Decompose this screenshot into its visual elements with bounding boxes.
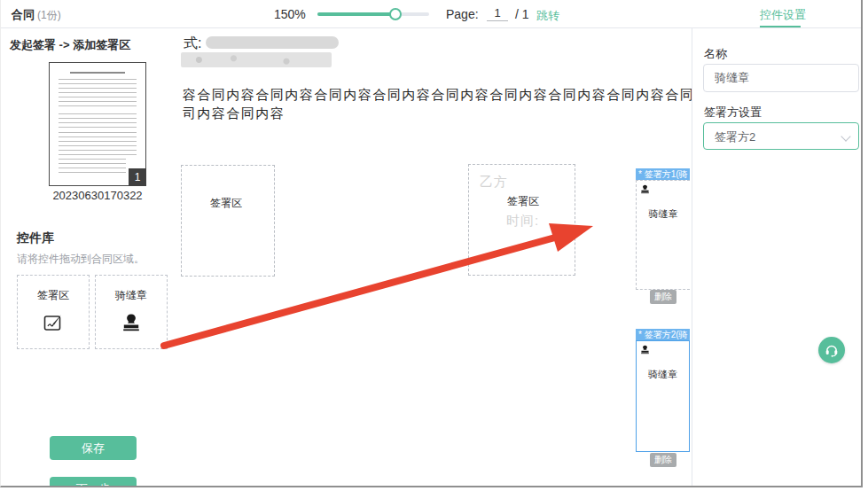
tab-active-underline xyxy=(760,26,801,27)
document-filename: 20230630170322 xyxy=(49,189,146,202)
signature-zone-label: 签署区 xyxy=(506,194,540,209)
control-library-hint: 请将控件拖动到合同区域。 xyxy=(17,252,145,267)
thumbnail-title-line xyxy=(70,72,126,74)
paging-seal-box-selected[interactable]: 骑缝章 xyxy=(636,340,690,452)
signature-zone-2[interactable]: 乙方 签署区 时间: xyxy=(468,164,575,276)
page-jump-link[interactable]: 跳转 xyxy=(536,8,559,24)
tab-control-settings[interactable]: 控件设置 xyxy=(760,7,806,23)
top-toolbar: 合同(1份) 150% Page: / 1 跳转 控件设置 xyxy=(1,0,861,28)
signature-zone-1[interactable]: 签署区 xyxy=(181,165,275,277)
paging-seal-box[interactable]: 骑缝章 xyxy=(636,180,690,290)
redacted-text-block xyxy=(181,52,332,67)
draggable-paging-seal-control[interactable]: 骑缝章 xyxy=(95,275,168,349)
stamp-icon xyxy=(639,183,651,195)
contract-title-text: 合同 xyxy=(12,8,35,21)
redacted-text-block xyxy=(206,36,339,49)
draggable-signature-zone-control[interactable]: 签署区 xyxy=(17,275,90,349)
underlying-doc-text: 乙方 xyxy=(480,174,508,191)
paging-seal-label: 骑缝章 xyxy=(637,207,690,221)
stamp-icon xyxy=(120,311,143,334)
underlying-doc-text: 时间: xyxy=(506,213,539,230)
zoom-slider[interactable] xyxy=(317,12,429,16)
signature-zone-label: 签署区 xyxy=(210,196,242,211)
signature-icon xyxy=(42,311,65,334)
signer-header-badge: * 签署方1(骑 xyxy=(636,168,690,180)
chevron-down-icon xyxy=(842,133,849,140)
sidebar-heading: 发起签署 -> 添加签署区 xyxy=(10,37,130,53)
app-window: 手写 式: 容合同内容合同内容合同内容合同内容合同内容合同内容合同内容合同内容合… xyxy=(0,0,863,487)
page-number-badge: 1 xyxy=(129,168,146,186)
delete-button[interactable]: 删除 xyxy=(650,290,676,304)
signer-setting-label: 签署方设置 xyxy=(704,105,762,121)
paging-seal-label: 骑缝章 xyxy=(637,368,689,381)
delete-button[interactable]: 删除 xyxy=(650,453,676,467)
name-field-label: 名称 xyxy=(704,46,727,62)
control-label: 骑缝章 xyxy=(96,288,167,303)
signer-select-value: 签署方2 xyxy=(715,129,755,145)
control-name-input[interactable] xyxy=(703,64,859,92)
document-paragraph: 容合同内容合同内容合同内容合同内容合同内容合同内容合同内容合同内容合同 司内容合… xyxy=(183,85,692,122)
contract-title: 合同(1份) xyxy=(12,7,61,23)
next-step-button[interactable]: 下一步 xyxy=(50,477,137,487)
signer-select[interactable]: 签署方2 xyxy=(703,122,859,150)
stamp-icon xyxy=(639,344,651,355)
customer-service-button[interactable] xyxy=(818,337,845,363)
zoom-level-value: 150% xyxy=(274,7,306,21)
zoom-slider-fill xyxy=(317,12,395,16)
headset-icon xyxy=(824,342,840,358)
page-thumbnail[interactable]: 1 xyxy=(49,62,146,186)
page-label: Page: xyxy=(446,7,479,21)
control-label: 签署区 xyxy=(18,288,89,303)
contract-count: (1份) xyxy=(37,9,61,21)
control-library-title: 控件库 xyxy=(17,230,54,246)
thumbnail-text-lines xyxy=(59,113,137,128)
thumbnail-text-lines xyxy=(59,159,126,176)
control-settings-panel: 名称 签署方设置 签署方2 xyxy=(692,28,863,487)
thumbnail-text-lines xyxy=(59,79,137,109)
zoom-slider-handle[interactable] xyxy=(389,8,402,20)
save-button[interactable]: 保存 xyxy=(50,436,137,460)
page-number-input[interactable] xyxy=(487,5,508,21)
signer-header-badge: * 签署方2(骑 xyxy=(636,329,690,340)
page-total: / 1 xyxy=(515,7,529,21)
document-text-line: 式: xyxy=(184,35,201,53)
thumbnail-text-lines xyxy=(59,132,137,159)
